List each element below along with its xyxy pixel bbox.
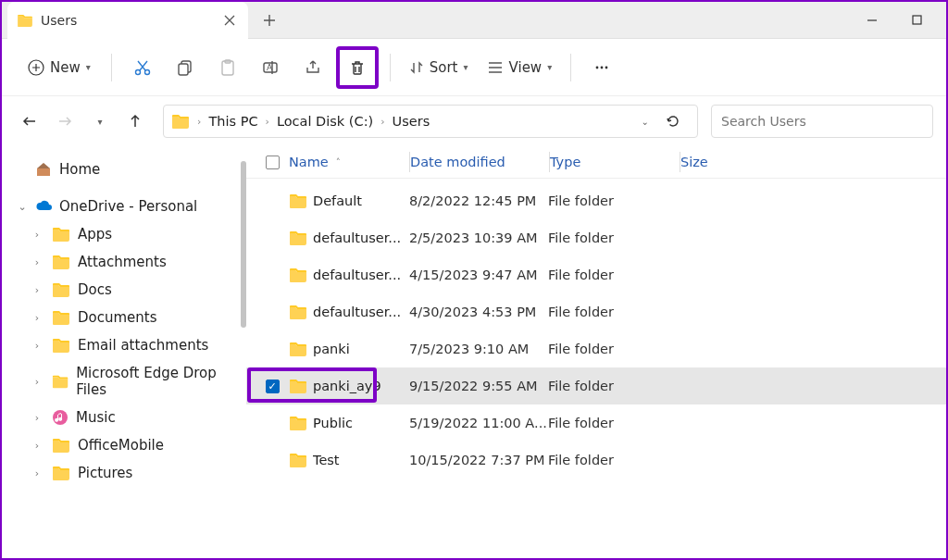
table-row[interactable]: defaultuser...4/30/2023 4:53 PMFile fold… <box>246 293 946 330</box>
minimize-button[interactable] <box>863 11 881 30</box>
file-date: 10/15/2022 7:37 PM <box>409 453 548 467</box>
chevron-right-icon[interactable]: › <box>197 116 201 128</box>
breadcrumb[interactable]: This PC <box>208 114 257 129</box>
svg-rect-5 <box>179 64 188 75</box>
file-name: Test <box>313 453 340 467</box>
back-button[interactable] <box>15 106 44 136</box>
maximize-icon <box>912 15 922 25</box>
folder-icon <box>52 338 70 353</box>
row-checkbox[interactable]: ✓ <box>266 380 280 393</box>
chevron-right-icon[interactable]: › <box>31 312 43 324</box>
recent-button[interactable]: ▾ <box>85 106 115 136</box>
sidebar-item[interactable]: ›Apps <box>6 220 243 248</box>
chevron-right-icon[interactable]: › <box>31 412 43 424</box>
table-row[interactable]: Default8/2/2022 12:45 PMFile folder <box>246 182 946 219</box>
address-bar[interactable]: › This PC › Local Disk (C:) › Users ⌄ <box>163 105 698 138</box>
close-icon[interactable] <box>224 15 235 26</box>
maximize-button[interactable] <box>907 11 926 30</box>
table-row[interactable]: Test10/15/2022 7:37 PMFile folder <box>246 442 946 479</box>
table-row[interactable]: ✓panki_ay99/15/2022 9:55 AMFile folder <box>246 367 946 404</box>
chevron-down-icon[interactable]: ⌄ <box>17 201 28 213</box>
folder-icon <box>289 342 307 356</box>
forward-button[interactable] <box>50 106 80 136</box>
sidebar-item[interactable]: ›Email attachments <box>6 331 243 359</box>
file-type: File folder <box>548 268 678 282</box>
table-row[interactable]: defaultuser...4/15/2023 9:47 AMFile fold… <box>246 256 946 293</box>
sidebar-item[interactable]: ›Microsoft Edge Drop Files <box>6 359 243 404</box>
column-name[interactable]: Name˄ <box>289 155 409 169</box>
file-list: Default8/2/2022 12:45 PMFile folderdefau… <box>246 179 946 560</box>
folder-icon <box>289 453 307 467</box>
breadcrumb[interactable]: Users <box>393 114 430 129</box>
chevron-down-icon[interactable]: ⌄ <box>642 117 649 127</box>
titlebar: Users <box>2 2 946 39</box>
select-all-checkbox[interactable] <box>266 156 280 169</box>
file-name-cell: defaultuser... <box>289 268 409 282</box>
cut-button[interactable] <box>123 48 162 87</box>
sidebar-item[interactable]: ›Pictures <box>6 459 243 487</box>
breadcrumb[interactable]: Local Disk (C:) <box>277 114 373 129</box>
sidebar-label: Docs <box>78 281 112 298</box>
file-type: File folder <box>548 193 678 208</box>
sort-button[interactable]: Sort ▾ <box>402 54 476 81</box>
view-button[interactable]: View ▾ <box>480 54 560 81</box>
copy-icon <box>176 58 194 77</box>
sidebar-item[interactable]: ›Music <box>6 404 243 431</box>
up-button[interactable] <box>120 106 150 136</box>
file-name-cell: Test <box>289 453 409 467</box>
chevron-right-icon[interactable]: › <box>266 116 269 128</box>
chevron-down-icon: ▾ <box>547 62 552 72</box>
column-size[interactable]: Size <box>680 155 773 169</box>
sidebar-label: Microsoft Edge Drop Files <box>76 365 235 398</box>
chevron-right-icon[interactable]: › <box>31 340 43 352</box>
chevron-right-icon[interactable]: › <box>31 229 43 241</box>
share-button[interactable] <box>293 48 332 87</box>
rename-button[interactable]: A <box>251 48 290 87</box>
add-tab-button[interactable] <box>254 5 285 36</box>
file-type: File folder <box>548 342 678 356</box>
search-input[interactable] <box>721 114 923 129</box>
file-name: Default <box>313 193 362 208</box>
paste-icon <box>218 58 237 77</box>
column-date[interactable]: Date modified <box>410 155 549 169</box>
sidebar-item[interactable]: ›OfficeMobile <box>6 431 243 459</box>
search-box[interactable] <box>711 105 933 138</box>
folder-icon <box>52 310 70 325</box>
chevron-right-icon[interactable]: › <box>380 116 384 128</box>
table-row[interactable]: Public5/19/2022 11:00 A...File folder <box>246 404 946 442</box>
window-controls <box>863 11 946 30</box>
sidebar-item[interactable]: ›Documents <box>6 304 243 331</box>
more-button[interactable] <box>582 48 621 87</box>
copy-button[interactable] <box>166 48 205 87</box>
refresh-button[interactable] <box>656 105 690 138</box>
view-icon <box>487 60 504 75</box>
scrollbar-track[interactable] <box>239 146 246 560</box>
chevron-right-icon[interactable]: › <box>31 376 43 388</box>
sidebar-item[interactable]: ›Attachments <box>6 248 243 276</box>
new-plus-icon <box>28 59 44 76</box>
chevron-down-icon: ▾ <box>86 62 91 72</box>
folder-icon <box>289 230 307 245</box>
chevron-right-icon[interactable]: › <box>31 256 43 268</box>
sidebar-item-onedrive[interactable]: ⌄ OneDrive - Personal <box>6 193 243 220</box>
chevron-right-icon[interactable]: › <box>31 284 43 296</box>
chevron-right-icon[interactable]: › <box>31 440 43 452</box>
svg-point-10 <box>596 66 599 68</box>
tab-users[interactable]: Users <box>7 2 248 39</box>
table-row[interactable]: defaultuser...2/5/2023 10:39 AMFile fold… <box>246 219 946 256</box>
more-icon <box>592 58 611 77</box>
new-button[interactable]: New ▾ <box>19 54 100 81</box>
file-type: File folder <box>548 230 678 245</box>
file-date: 2/5/2023 10:39 AM <box>409 230 548 245</box>
file-date: 4/30/2023 4:53 PM <box>409 305 548 319</box>
column-type[interactable]: Type <box>550 155 680 169</box>
sidebar-item[interactable]: ›Docs <box>6 276 243 304</box>
sort-label: Sort <box>430 59 458 76</box>
sidebar: Home ⌄ OneDrive - Personal ›Apps›Attachm… <box>2 146 246 560</box>
chevron-right-icon[interactable]: › <box>31 467 43 479</box>
file-type: File folder <box>548 453 678 467</box>
delete-button[interactable] <box>336 46 379 89</box>
sidebar-item-home[interactable]: Home <box>6 156 243 183</box>
table-row[interactable]: panki7/5/2023 9:10 AMFile folder <box>246 330 946 367</box>
file-name: defaultuser... <box>313 268 401 282</box>
